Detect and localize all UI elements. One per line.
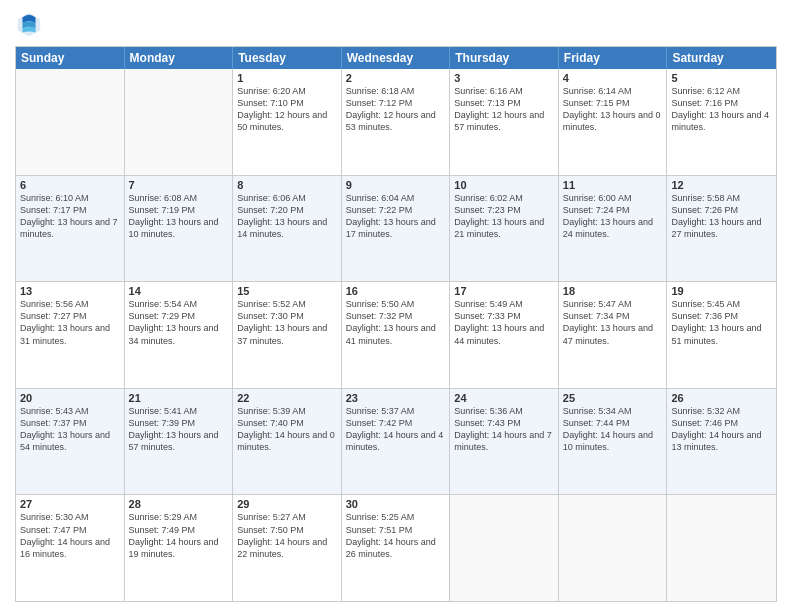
day-detail: Sunrise: 5:41 AMSunset: 7:39 PMDaylight:… [129,405,229,454]
calendar-cell-1-6: 4Sunrise: 6:14 AMSunset: 7:15 PMDaylight… [559,69,668,175]
page: SundayMondayTuesdayWednesdayThursdayFrid… [0,0,792,612]
calendar-cell-2-3: 8Sunrise: 6:06 AMSunset: 7:20 PMDaylight… [233,176,342,282]
day-detail: Sunrise: 5:49 AMSunset: 7:33 PMDaylight:… [454,298,554,347]
day-number: 24 [454,392,554,404]
weekday-header-friday: Friday [559,47,668,69]
weekday-header-saturday: Saturday [667,47,776,69]
day-detail: Sunrise: 5:34 AMSunset: 7:44 PMDaylight:… [563,405,663,454]
calendar-cell-5-4: 30Sunrise: 5:25 AMSunset: 7:51 PMDayligh… [342,495,451,601]
calendar-cell-2-5: 10Sunrise: 6:02 AMSunset: 7:23 PMDayligh… [450,176,559,282]
calendar-cell-2-4: 9Sunrise: 6:04 AMSunset: 7:22 PMDaylight… [342,176,451,282]
day-detail: Sunrise: 6:08 AMSunset: 7:19 PMDaylight:… [129,192,229,241]
day-number: 16 [346,285,446,297]
weekday-header-tuesday: Tuesday [233,47,342,69]
calendar-cell-2-2: 7Sunrise: 6:08 AMSunset: 7:19 PMDaylight… [125,176,234,282]
weekday-header-monday: Monday [125,47,234,69]
day-detail: Sunrise: 5:32 AMSunset: 7:46 PMDaylight:… [671,405,772,454]
calendar-cell-2-7: 12Sunrise: 5:58 AMSunset: 7:26 PMDayligh… [667,176,776,282]
day-detail: Sunrise: 6:02 AMSunset: 7:23 PMDaylight:… [454,192,554,241]
calendar-cell-3-5: 17Sunrise: 5:49 AMSunset: 7:33 PMDayligh… [450,282,559,388]
day-detail: Sunrise: 6:00 AMSunset: 7:24 PMDaylight:… [563,192,663,241]
day-detail: Sunrise: 6:14 AMSunset: 7:15 PMDaylight:… [563,85,663,134]
day-detail: Sunrise: 5:29 AMSunset: 7:49 PMDaylight:… [129,511,229,560]
day-number: 25 [563,392,663,404]
calendar-cell-5-6 [559,495,668,601]
day-number: 23 [346,392,446,404]
weekday-header-sunday: Sunday [16,47,125,69]
day-detail: Sunrise: 5:47 AMSunset: 7:34 PMDaylight:… [563,298,663,347]
day-number: 28 [129,498,229,510]
day-detail: Sunrise: 5:36 AMSunset: 7:43 PMDaylight:… [454,405,554,454]
day-detail: Sunrise: 5:56 AMSunset: 7:27 PMDaylight:… [20,298,120,347]
calendar-cell-4-3: 22Sunrise: 5:39 AMSunset: 7:40 PMDayligh… [233,389,342,495]
day-number: 19 [671,285,772,297]
logo [15,10,47,38]
day-detail: Sunrise: 6:10 AMSunset: 7:17 PMDaylight:… [20,192,120,241]
day-detail: Sunrise: 6:12 AMSunset: 7:16 PMDaylight:… [671,85,772,134]
calendar-cell-5-2: 28Sunrise: 5:29 AMSunset: 7:49 PMDayligh… [125,495,234,601]
calendar-cell-4-7: 26Sunrise: 5:32 AMSunset: 7:46 PMDayligh… [667,389,776,495]
day-number: 12 [671,179,772,191]
calendar-cell-5-3: 29Sunrise: 5:27 AMSunset: 7:50 PMDayligh… [233,495,342,601]
day-number: 29 [237,498,337,510]
calendar-cell-5-5 [450,495,559,601]
weekday-header-thursday: Thursday [450,47,559,69]
calendar-cell-4-6: 25Sunrise: 5:34 AMSunset: 7:44 PMDayligh… [559,389,668,495]
day-number: 20 [20,392,120,404]
day-number: 13 [20,285,120,297]
day-number: 6 [20,179,120,191]
calendar-cell-1-5: 3Sunrise: 6:16 AMSunset: 7:13 PMDaylight… [450,69,559,175]
day-number: 22 [237,392,337,404]
day-number: 30 [346,498,446,510]
day-number: 27 [20,498,120,510]
day-detail: Sunrise: 5:54 AMSunset: 7:29 PMDaylight:… [129,298,229,347]
day-detail: Sunrise: 6:20 AMSunset: 7:10 PMDaylight:… [237,85,337,134]
day-detail: Sunrise: 5:37 AMSunset: 7:42 PMDaylight:… [346,405,446,454]
calendar-body: 1Sunrise: 6:20 AMSunset: 7:10 PMDaylight… [16,69,776,601]
calendar-cell-3-2: 14Sunrise: 5:54 AMSunset: 7:29 PMDayligh… [125,282,234,388]
calendar-cell-4-2: 21Sunrise: 5:41 AMSunset: 7:39 PMDayligh… [125,389,234,495]
day-number: 4 [563,72,663,84]
day-detail: Sunrise: 5:30 AMSunset: 7:47 PMDaylight:… [20,511,120,560]
calendar-cell-4-5: 24Sunrise: 5:36 AMSunset: 7:43 PMDayligh… [450,389,559,495]
day-number: 14 [129,285,229,297]
day-number: 15 [237,285,337,297]
calendar-cell-1-1 [16,69,125,175]
day-number: 9 [346,179,446,191]
day-detail: Sunrise: 5:45 AMSunset: 7:36 PMDaylight:… [671,298,772,347]
calendar-cell-3-6: 18Sunrise: 5:47 AMSunset: 7:34 PMDayligh… [559,282,668,388]
day-detail: Sunrise: 6:16 AMSunset: 7:13 PMDaylight:… [454,85,554,134]
calendar-cell-1-3: 1Sunrise: 6:20 AMSunset: 7:10 PMDaylight… [233,69,342,175]
calendar-row-1: 1Sunrise: 6:20 AMSunset: 7:10 PMDaylight… [16,69,776,175]
day-number: 17 [454,285,554,297]
day-number: 18 [563,285,663,297]
day-detail: Sunrise: 6:04 AMSunset: 7:22 PMDaylight:… [346,192,446,241]
day-detail: Sunrise: 5:43 AMSunset: 7:37 PMDaylight:… [20,405,120,454]
calendar-cell-1-2 [125,69,234,175]
day-detail: Sunrise: 6:18 AMSunset: 7:12 PMDaylight:… [346,85,446,134]
logo-icon [15,10,43,38]
day-detail: Sunrise: 5:27 AMSunset: 7:50 PMDaylight:… [237,511,337,560]
calendar-cell-3-7: 19Sunrise: 5:45 AMSunset: 7:36 PMDayligh… [667,282,776,388]
calendar-cell-1-4: 2Sunrise: 6:18 AMSunset: 7:12 PMDaylight… [342,69,451,175]
calendar-cell-5-1: 27Sunrise: 5:30 AMSunset: 7:47 PMDayligh… [16,495,125,601]
calendar-cell-4-4: 23Sunrise: 5:37 AMSunset: 7:42 PMDayligh… [342,389,451,495]
calendar-row-4: 20Sunrise: 5:43 AMSunset: 7:37 PMDayligh… [16,388,776,495]
day-number: 7 [129,179,229,191]
calendar-cell-2-6: 11Sunrise: 6:00 AMSunset: 7:24 PMDayligh… [559,176,668,282]
day-number: 10 [454,179,554,191]
calendar-row-2: 6Sunrise: 6:10 AMSunset: 7:17 PMDaylight… [16,175,776,282]
calendar: SundayMondayTuesdayWednesdayThursdayFrid… [15,46,777,602]
calendar-cell-5-7 [667,495,776,601]
calendar-header-row: SundayMondayTuesdayWednesdayThursdayFrid… [16,47,776,69]
calendar-cell-2-1: 6Sunrise: 6:10 AMSunset: 7:17 PMDaylight… [16,176,125,282]
calendar-cell-1-7: 5Sunrise: 6:12 AMSunset: 7:16 PMDaylight… [667,69,776,175]
calendar-cell-4-1: 20Sunrise: 5:43 AMSunset: 7:37 PMDayligh… [16,389,125,495]
day-number: 8 [237,179,337,191]
day-detail: Sunrise: 5:50 AMSunset: 7:32 PMDaylight:… [346,298,446,347]
day-number: 21 [129,392,229,404]
day-number: 26 [671,392,772,404]
day-number: 3 [454,72,554,84]
day-number: 2 [346,72,446,84]
calendar-row-5: 27Sunrise: 5:30 AMSunset: 7:47 PMDayligh… [16,494,776,601]
